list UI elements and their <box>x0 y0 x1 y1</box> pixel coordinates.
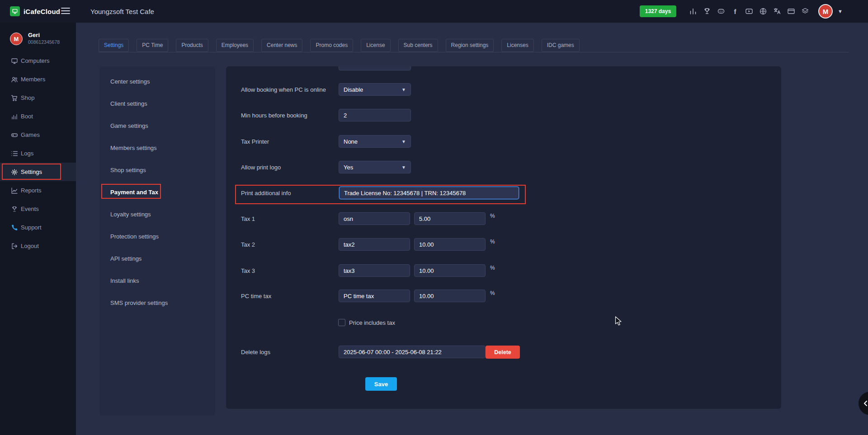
tab-license[interactable]: License <box>361 39 390 52</box>
sidebar-item-label: Logout <box>21 243 39 249</box>
hamburger-menu-button[interactable] <box>60 6 71 16</box>
settings-menu-item-payment-and-tax[interactable]: Payment and Tax <box>99 181 215 203</box>
avatar-letter: M <box>14 36 19 42</box>
sidebar-item-label: Reports <box>21 187 42 194</box>
tax2-label: Tax 2 <box>241 241 255 248</box>
language-icon[interactable] <box>773 7 782 16</box>
sidebar-item-shop[interactable]: Shop <box>0 89 76 107</box>
settings-menu-item-center-settings[interactable]: Center settings <box>99 70 215 93</box>
sidebar-item-reports[interactable]: Reports <box>0 181 76 200</box>
boot-icon <box>11 113 18 120</box>
settings-menu-item-client-settings[interactable]: Client settings <box>99 93 215 115</box>
settings-menu-item-protection-settings[interactable]: Protection settings <box>99 225 215 248</box>
tab-region-settings[interactable]: Region settings <box>446 39 494 52</box>
analytics-icon[interactable] <box>689 7 698 16</box>
cart-icon <box>11 94 18 102</box>
brand[interactable]: iCafeCloud <box>10 0 60 23</box>
sidebar-item-label: Games <box>21 131 40 138</box>
partial-input-top[interactable] <box>339 66 411 70</box>
delete-button[interactable]: Delete <box>486 346 520 359</box>
min-hours-label: Min hours before booking <box>241 112 307 119</box>
settings-menu-item-members-settings[interactable]: Members settings <box>99 137 215 159</box>
percent-suffix: % <box>490 265 495 271</box>
trophy-icon[interactable] <box>703 7 712 16</box>
pc-time-tax-label: PC time tax <box>241 293 271 299</box>
tax2-rate-input[interactable] <box>414 238 486 251</box>
tax1-rate-input[interactable] <box>414 212 486 225</box>
settings-menu-item-sms-provider-settings[interactable]: SMS provider settings <box>99 292 215 314</box>
discord-icon[interactable] <box>717 7 726 16</box>
tab-promo-codes[interactable]: Promo codes <box>310 39 353 52</box>
percent-suffix: % <box>490 239 495 245</box>
tax-printer-label: Tax Printer <box>241 138 269 145</box>
tab-employees[interactable]: Employees <box>216 39 254 52</box>
settings-menu-item-game-settings[interactable]: Game settings <box>99 115 215 137</box>
booking-online-label: Allow booking when PC is online <box>241 86 326 93</box>
sidebar-item-computers[interactable]: Computers <box>0 51 76 70</box>
sidebar-item-settings[interactable]: Settings <box>0 163 76 181</box>
sidebar-item-logs[interactable]: Logs <box>0 144 76 163</box>
sidebar-user-name: Geri <box>28 32 40 38</box>
chevron-left-icon <box>862 400 868 407</box>
sidebar-item-label: Shop <box>21 94 34 101</box>
select-value: Disable <box>344 86 363 93</box>
sidebar-item-label: Settings <box>21 168 42 175</box>
save-button[interactable]: Save <box>365 377 397 391</box>
booking-online-select[interactable]: Disable ▼ <box>339 83 411 96</box>
tab-pc-time[interactable]: PC Time <box>137 39 168 52</box>
sidebar-user-block[interactable]: M Geri 008612345678 <box>0 32 76 51</box>
days-badge[interactable]: 1327 days <box>640 5 676 17</box>
user-avatar[interactable]: M <box>818 4 833 19</box>
pc-time-tax-name-input[interactable] <box>339 290 410 302</box>
settings-menu-item-loyalty-settings[interactable]: Loyalty settings <box>99 203 215 225</box>
facebook-icon[interactable]: f <box>731 7 740 16</box>
website-icon[interactable] <box>759 7 768 16</box>
sidebar-item-members[interactable]: Members <box>0 70 76 89</box>
tax3-name-input[interactable] <box>339 264 410 277</box>
delete-logs-label: Delete logs <box>241 349 270 355</box>
layers-icon[interactable] <box>801 7 810 16</box>
logs-icon <box>11 150 18 157</box>
settings-menu-item-install-links[interactable]: Install links <box>99 270 215 292</box>
sidebar-item-label: Computers <box>21 57 50 64</box>
sidebar-item-label: Events <box>21 206 39 212</box>
icafecloud-logo-icon <box>10 6 20 16</box>
chevron-down-icon[interactable]: ▼ <box>838 9 843 14</box>
billing-icon[interactable] <box>787 7 796 16</box>
tax-printer-select[interactable]: None ▼ <box>339 135 411 148</box>
tab-sub-centers[interactable]: Sub centers <box>398 39 438 52</box>
sidebar-item-events[interactable]: Events <box>0 200 76 218</box>
pc-time-tax-rate-input[interactable] <box>414 290 486 302</box>
delete-logs-range-input[interactable] <box>339 346 486 358</box>
tax1-name-input[interactable] <box>339 212 410 225</box>
main-content: Settings PC Time Products Employees Cent… <box>76 23 868 435</box>
tab-products[interactable]: Products <box>176 39 208 52</box>
tab-idc-games[interactable]: IDC games <box>542 39 580 52</box>
print-additional-info-input[interactable] <box>339 187 519 199</box>
phone-icon <box>11 224 18 231</box>
payment-tax-form-panel: Allow booking when PC is online Disable … <box>226 66 781 409</box>
print-logo-select[interactable]: Yes ▼ <box>339 161 411 173</box>
settings-menu-panel: Center settings Client settings Game set… <box>99 66 215 416</box>
min-hours-input[interactable] <box>339 109 411 122</box>
percent-suffix: % <box>490 290 495 296</box>
sidebar-item-boot[interactable]: Boot <box>0 107 76 126</box>
sidebar-user-phone: 008612345678 <box>28 39 60 45</box>
tax3-rate-input[interactable] <box>414 264 486 277</box>
sidebar-item-games[interactable]: Games <box>0 126 76 144</box>
gear-icon <box>11 168 18 176</box>
settings-menu-item-shop-settings[interactable]: Shop settings <box>99 159 215 181</box>
sidebar-item-support[interactable]: Support <box>0 218 76 237</box>
tax2-name-input[interactable] <box>339 238 410 251</box>
tab-settings[interactable]: Settings <box>99 39 129 52</box>
youtube-icon[interactable] <box>745 7 754 16</box>
tab-licenses[interactable]: Licenses <box>501 39 533 52</box>
sidebar-item-label: Logs <box>21 150 33 157</box>
brand-name: iCafeCloud <box>24 8 60 15</box>
sidebar-item-logout[interactable]: Logout <box>0 237 76 255</box>
tab-center-news[interactable]: Center news <box>261 39 302 52</box>
avatar-letter: M <box>823 8 829 15</box>
settings-menu-item-api-settings[interactable]: API settings <box>99 248 215 270</box>
price-includes-tax-checkbox[interactable] <box>338 319 345 326</box>
select-value: Yes <box>344 164 353 171</box>
